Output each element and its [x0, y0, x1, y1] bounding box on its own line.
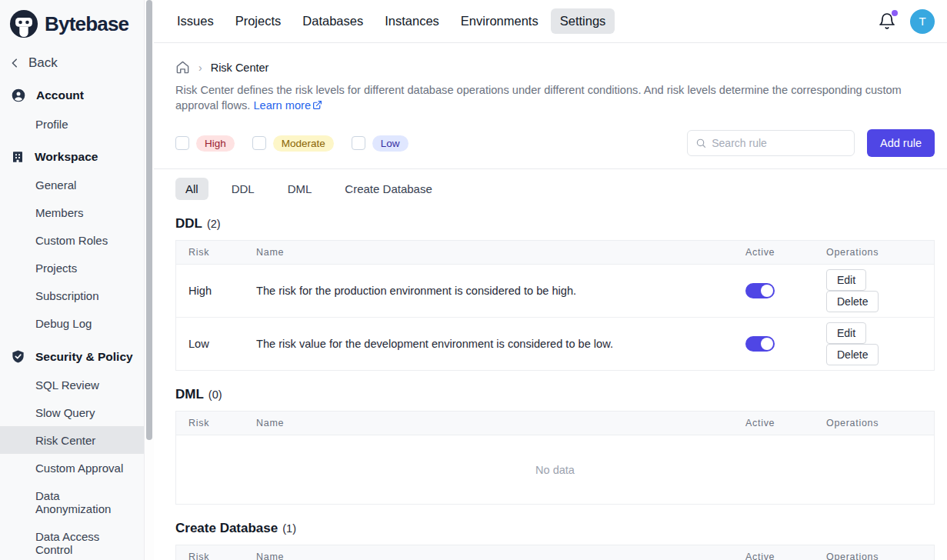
user-icon — [11, 88, 26, 103]
column-header-name: Name — [244, 412, 733, 435]
risk-center-page: › Risk Center Risk Center defines the ri… — [154, 43, 947, 560]
sidebar-scrollbar[interactable] — [145, 0, 154, 560]
delete-button[interactable]: Delete — [826, 291, 879, 312]
section-ddl: DDL(2)RiskNameActiveOperationsHighThe ri… — [175, 216, 935, 371]
section-title-text: DML — [175, 387, 204, 402]
toolbar-divider — [154, 168, 947, 169]
scrollbar-thumb[interactable] — [146, 0, 152, 440]
nav-item-settings[interactable]: Settings — [551, 8, 615, 34]
column-header-operations: Operations — [814, 412, 934, 435]
section-title-text: DDL — [175, 216, 202, 232]
sidebar-item-profile[interactable]: Profile — [0, 110, 144, 138]
toggle-knob — [761, 338, 773, 350]
tab-create-database[interactable]: Create Database — [335, 178, 442, 200]
filter-high[interactable]: High — [175, 135, 235, 152]
active-toggle[interactable] — [745, 336, 775, 352]
sidebar-section-label: Account — [36, 88, 84, 102]
settings-sidebar: Bytebase Back AccountProfileWorkspaceGen… — [0, 0, 145, 560]
risk-badge-high: High — [196, 135, 235, 152]
notification-dot — [892, 10, 898, 16]
learn-more-label: Learn more — [253, 99, 311, 112]
rules-table: RiskNameActiveOperationsModerateCreating… — [175, 545, 935, 560]
active-cell — [733, 278, 814, 303]
tab-ddl[interactable]: DDL — [222, 178, 265, 200]
toggle-knob — [761, 285, 773, 297]
sidebar-section-label: Security & Policy — [35, 350, 133, 364]
sidebar-item-debug-log[interactable]: Debug Log — [0, 309, 144, 337]
topbar-right: T — [878, 9, 935, 34]
rules-table: RiskNameActiveOperationsNo data — [175, 411, 935, 505]
column-header-active: Active — [733, 412, 814, 435]
filter-toolbar: HighModerateLow Add rule — [175, 129, 935, 157]
table-header-row: RiskNameActiveOperations — [176, 545, 934, 560]
delete-button[interactable]: Delete — [826, 344, 879, 365]
rule-sections: DDL(2)RiskNameActiveOperationsHighThe ri… — [175, 216, 935, 560]
building-icon — [11, 150, 25, 164]
sidebar-item-custom-roles[interactable]: Custom Roles — [0, 226, 144, 254]
sidebar-item-sql-review[interactable]: SQL Review — [0, 371, 144, 398]
nav-item-databases[interactable]: Databases — [293, 8, 372, 34]
sidebar-section-security-policy[interactable]: Security & Policy — [0, 342, 144, 371]
active-toggle[interactable] — [745, 283, 775, 298]
sidebar-item-members[interactable]: Members — [0, 198, 144, 226]
chevron-left-icon — [9, 58, 20, 68]
sidebar-section-account[interactable]: Account — [0, 81, 144, 110]
section-title: DML(0) — [175, 387, 935, 402]
page-description: Risk Center defines the risk levels for … — [175, 82, 935, 113]
nav-item-projects[interactable]: Projects — [226, 8, 291, 34]
column-header-name: Name — [244, 545, 733, 560]
search-rule-input[interactable] — [712, 137, 846, 149]
sidebar-item-projects[interactable]: Projects — [0, 254, 144, 282]
back-label: Back — [28, 55, 58, 71]
sidebar-item-custom-approval[interactable]: Custom Approval — [0, 454, 144, 482]
sidebar-item-data-access-control[interactable]: Data Access Control — [0, 522, 144, 560]
column-header-active: Active — [733, 241, 814, 264]
column-header-operations: Operations — [814, 241, 934, 264]
brand-logo-row[interactable]: Bytebase — [0, 6, 144, 45]
sidebar-item-subscription[interactable]: Subscription — [0, 282, 144, 309]
tab-dml[interactable]: DML — [278, 178, 322, 200]
filter-moderate[interactable]: Moderate — [252, 135, 334, 152]
column-header-name: Name — [244, 241, 733, 264]
nav-item-instances[interactable]: Instances — [375, 8, 448, 34]
checkbox-low[interactable] — [352, 136, 365, 150]
add-rule-button[interactable]: Add rule — [867, 129, 935, 157]
table-header-row: RiskNameActiveOperations — [176, 412, 934, 435]
nav-item-environments[interactable]: Environments — [452, 8, 548, 34]
section-create-database: Create Database(1)RiskNameActiveOperatio… — [175, 521, 935, 560]
sidebar-item-general[interactable]: General — [0, 171, 144, 198]
edit-button[interactable]: Edit — [826, 322, 866, 344]
sidebar-item-risk-center[interactable]: Risk Center — [0, 426, 144, 454]
tab-all[interactable]: All — [175, 178, 208, 200]
edit-button[interactable]: Edit — [826, 269, 866, 291]
sidebar-item-slow-query[interactable]: Slow Query — [0, 398, 144, 426]
sidebar-nav: AccountProfileWorkspaceGeneralMembersCus… — [0, 81, 144, 560]
risk-cell: Low — [176, 333, 244, 355]
back-button[interactable]: Back — [0, 45, 144, 75]
top-nav-items: IssuesProjectsDatabasesInstancesEnvironm… — [168, 8, 618, 34]
operations-cell: EditDelete — [814, 318, 934, 370]
filter-low[interactable]: Low — [352, 135, 408, 152]
avatar[interactable]: T — [910, 9, 935, 34]
notifications-button[interactable] — [878, 12, 896, 31]
nav-item-issues[interactable]: Issues — [168, 8, 223, 34]
search-rule-box[interactable] — [687, 130, 855, 156]
risk-level-filters: HighModerateLow — [175, 135, 426, 152]
main-area: IssuesProjectsDatabasesInstancesEnvironm… — [154, 0, 947, 560]
sidebar-section-label: Workspace — [35, 150, 98, 164]
sidebar-section-workspace[interactable]: Workspace — [0, 143, 144, 171]
operations-cell: EditDelete — [814, 265, 934, 317]
home-icon[interactable] — [175, 60, 190, 75]
breadcrumb: › Risk Center — [175, 60, 935, 75]
learn-more-link[interactable]: Learn more — [253, 99, 322, 112]
brand-name: Bytebase — [45, 12, 128, 36]
risk-badge-low: Low — [372, 135, 408, 152]
sidebar-item-data-anonymization[interactable]: Data Anonymization — [0, 482, 144, 522]
rule-type-tabs: AllDDLDMLCreate Database — [175, 178, 935, 200]
avatar-initial: T — [919, 15, 925, 28]
checkbox-moderate[interactable] — [252, 136, 266, 150]
name-cell: The risk value for the development envir… — [244, 333, 733, 355]
checkbox-high[interactable] — [175, 136, 189, 150]
section-title: DDL(2) — [175, 216, 935, 232]
top-navigation-bar: IssuesProjectsDatabasesInstancesEnvironm… — [154, 0, 947, 43]
